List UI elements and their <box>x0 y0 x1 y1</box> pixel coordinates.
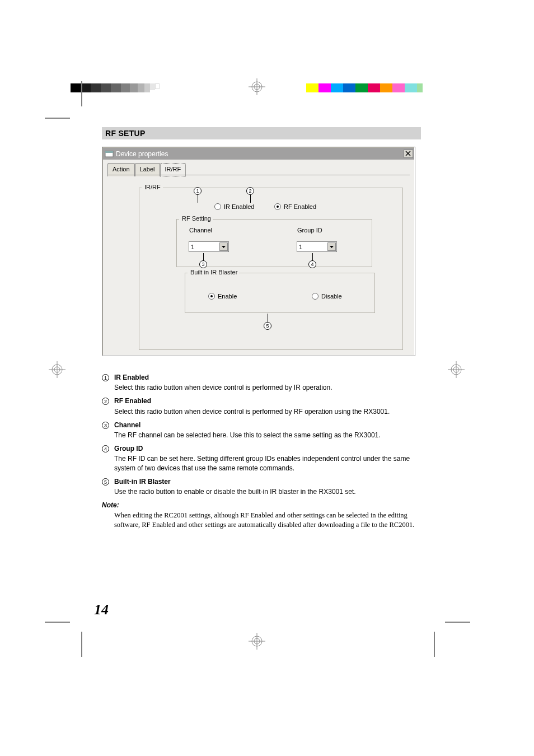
radio-disable-label: Disable <box>321 293 342 300</box>
callout-5: 5 <box>264 322 271 330</box>
list-item: 2 RF Enabled Select this radio button wh… <box>102 396 425 416</box>
page-number: 14 <box>94 601 109 618</box>
registration-mark-left <box>49 361 65 378</box>
chevron-down-icon <box>219 242 228 251</box>
svg-rect-17 <box>105 151 113 153</box>
registration-mark-bottom <box>249 633 265 650</box>
list-item: 3 Channel The RF channel can be selected… <box>102 421 425 440</box>
group-rfset-legend: RF Setting <box>180 215 213 222</box>
item-text: The RF ID can be set here. Setting diffe… <box>114 454 425 472</box>
registration-mark-right <box>448 361 465 378</box>
dialog-titlebar: Device properties <box>103 148 414 160</box>
item-text: The RF channel can be selected here. Use… <box>114 431 425 440</box>
radio-rf-enabled[interactable]: RF Enabled <box>274 203 316 210</box>
radio-enable-label: Enable <box>218 293 237 300</box>
group-irrf-legend: IR/RF <box>143 184 162 190</box>
list-item: 5 Built-in IR Blaster Use the radio butt… <box>102 477 425 496</box>
item-title: Channel <box>114 421 425 430</box>
channel-combo[interactable]: 1 <box>189 241 229 252</box>
colorbar-right <box>306 83 423 92</box>
dialog-title: Device properties <box>116 150 404 158</box>
callout-4: 4 <box>308 260 316 268</box>
dialog-icon <box>105 150 114 158</box>
svg-marker-20 <box>222 246 226 248</box>
item-title: RF Enabled <box>114 396 425 405</box>
svg-marker-21 <box>330 246 334 248</box>
radio-ir-enabled[interactable]: IR Enabled <box>214 203 254 210</box>
group-blaster-legend: Built in IR Blaster <box>189 269 239 276</box>
callout-1: 1 <box>194 187 202 195</box>
item-text: Select this radio button when device con… <box>114 407 425 416</box>
item-text: Select this radio button when device con… <box>114 383 425 392</box>
groupid-label: Group ID <box>297 227 322 234</box>
item-title: Group ID <box>114 444 425 453</box>
item-title: Built-in IR Blaster <box>114 477 425 486</box>
radio-disable[interactable]: Disable <box>312 293 342 300</box>
device-properties-dialog: Device properties Action Label IR/RF IR/… <box>102 147 415 356</box>
item-text: Use the radio button to enable or disabl… <box>114 487 425 496</box>
crop-bottom-right <box>420 622 453 655</box>
note-body: When editing the RC2001 settings, althou… <box>114 511 425 530</box>
crop-top-left <box>62 98 95 132</box>
radio-enable[interactable]: Enable <box>208 293 237 300</box>
list-item: 1 IR Enabled Select this radio button wh… <box>102 373 425 392</box>
crop-bottom-left <box>62 622 95 655</box>
groupid-combo[interactable]: 1 <box>297 241 337 252</box>
item-title: IR Enabled <box>114 373 425 382</box>
groupid-value: 1 <box>297 244 327 250</box>
radio-ir-label: IR Enabled <box>224 203 254 210</box>
radio-rf-label: RF Enabled <box>284 203 316 210</box>
callout-2: 2 <box>246 187 254 195</box>
channel-label: Channel <box>189 227 212 234</box>
registration-mark-top <box>249 78 265 95</box>
close-button[interactable] <box>404 150 413 158</box>
close-icon <box>405 151 411 157</box>
chevron-down-icon <box>327 242 336 251</box>
list-item: 4 Group ID The RF ID can be set here. Se… <box>102 444 425 473</box>
page-content: RF SETUP <box>102 127 421 139</box>
note-heading: Note: <box>102 501 425 510</box>
body-text: 1 IR Enabled Select this radio button wh… <box>102 373 425 530</box>
callout-3: 3 <box>199 260 207 268</box>
channel-value: 1 <box>189 244 219 250</box>
section-title: RF SETUP <box>102 127 421 139</box>
colorbar-left <box>71 83 160 92</box>
